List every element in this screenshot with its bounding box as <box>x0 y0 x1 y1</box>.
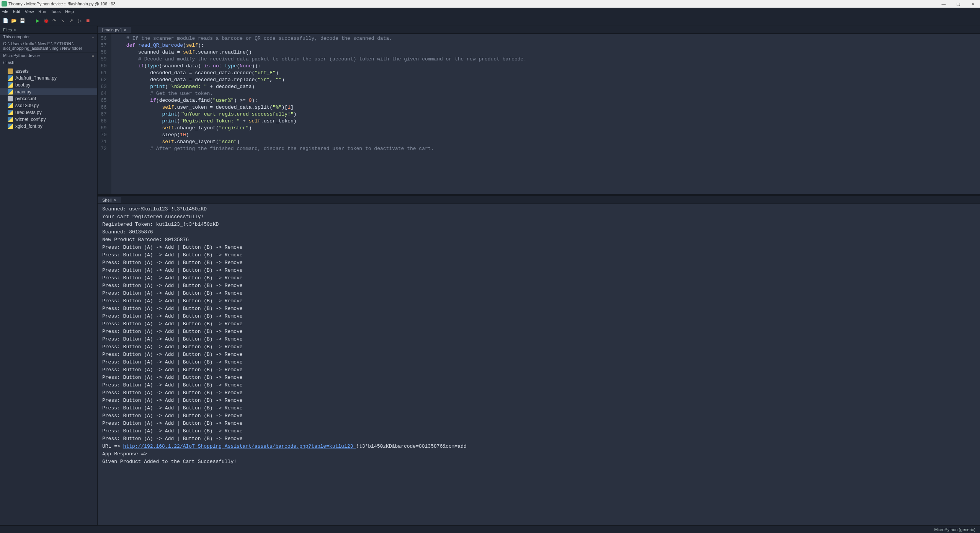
code-body[interactable]: # If the scanner module reads a barcode … <box>111 34 527 194</box>
folder-icon <box>8 68 13 74</box>
tree-item-urequests-py[interactable]: urequests.py <box>0 109 97 116</box>
tree-item-main-py[interactable]: main.py <box>0 88 97 95</box>
python-file-icon <box>8 110 13 115</box>
shell-url-link[interactable]: http://192.168.1.22/AIoT_Shopping_Assist… <box>123 443 356 449</box>
files-tab-label: Files <box>3 28 12 32</box>
menu-file[interactable]: File <box>2 9 8 14</box>
device-menu-icon[interactable]: ≡ <box>92 53 94 58</box>
window-maximize[interactable]: ▢ <box>952 2 964 7</box>
editor-tabs: [ main.py ] × <box>98 26 980 34</box>
editor-tab-main[interactable]: [ main.py ] × <box>98 27 131 33</box>
tree-item-boot-py[interactable]: boot.py <box>0 81 97 88</box>
this-computer-label: This computer <box>3 34 30 39</box>
menu-run[interactable]: Run <box>38 9 46 14</box>
shell-tab-label: Shell <box>102 198 111 202</box>
sidebar: Files × This computer ≡ C: \ Users \ kut… <box>0 26 98 525</box>
this-computer-header[interactable]: This computer ≡ <box>0 34 97 40</box>
shell-tabs: Shell × <box>98 196 980 204</box>
menu-edit[interactable]: Edit <box>13 9 20 14</box>
python-file-icon <box>8 89 13 95</box>
step-over-icon[interactable]: ↷ <box>51 18 57 24</box>
menu-help[interactable]: Help <box>65 9 74 14</box>
tree-item-wiznet_conf-py[interactable]: wiznet_conf.py <box>0 116 97 123</box>
editor-area: [ main.py ] × 56575859606162636465666768… <box>98 26 980 525</box>
window-minimize[interactable]: — <box>938 2 949 7</box>
python-file-icon <box>8 124 13 129</box>
tree-item-label: boot.py <box>15 82 30 88</box>
tree-item-pybcdc-inf[interactable]: pybcdc.inf <box>0 95 97 102</box>
stop-icon[interactable]: ⏹ <box>85 18 91 24</box>
status-bar: MicroPython (generic) <box>0 525 980 533</box>
panel-menu-icon[interactable]: ≡ <box>92 34 94 39</box>
editor-tab-label: [ main.py ] <box>102 28 122 32</box>
window-titlebar: Thonny - MicroPython device :: /flash/ma… <box>0 0 980 8</box>
tree-item-label: Adafruit_Thermal.py <box>15 75 57 81</box>
app-icon <box>2 1 7 7</box>
shell-output[interactable]: Scanned: user%kutlu123_!t3*b1450zKDYour … <box>98 204 980 525</box>
tree-item-label: pybcdc.inf <box>15 96 36 101</box>
tree-item-label: main.py <box>15 89 31 95</box>
main-area: Files × This computer ≡ C: \ Users \ kut… <box>0 26 980 525</box>
resume-icon[interactable]: ▷ <box>77 18 83 24</box>
tree-item-assets[interactable]: assets <box>0 68 97 75</box>
python-file-icon <box>8 103 13 108</box>
menu-view[interactable]: View <box>25 9 34 14</box>
shell-panel: Shell × Scanned: user%kutlu123_!t3*b1450… <box>98 196 980 525</box>
device-path[interactable]: / flash <box>0 59 97 66</box>
device-label: MicroPython device <box>3 53 40 58</box>
window-title: Thonny - MicroPython device :: /flash/ma… <box>8 2 116 6</box>
code-editor[interactable]: 5657585960616263646566676869707172 # If … <box>98 34 980 194</box>
device-file-tree: assetsAdafruit_Thermal.pyboot.pymain.pyp… <box>0 66 97 131</box>
files-panel-tab[interactable]: Files × <box>0 26 97 34</box>
this-computer-path[interactable]: C: \ Users \ kutlu \ New E \ PYTHON \ ai… <box>0 40 97 52</box>
menubar: FileEditViewRunToolsHelp <box>0 8 980 15</box>
editor-tab-close[interactable]: × <box>124 28 126 32</box>
spacer <box>28 18 32 24</box>
line-gutter: 5657585960616263646566676869707172 <box>98 34 111 194</box>
files-tab-close[interactable]: × <box>13 28 16 32</box>
run-icon[interactable]: ▶ <box>34 18 41 24</box>
tree-item-Adafruit_Thermal-py[interactable]: Adafruit_Thermal.py <box>0 75 97 81</box>
tree-item-label: xglcd_font.py <box>15 124 42 129</box>
tree-item-label: ssd1309.py <box>15 103 39 108</box>
step-out-icon[interactable]: ↗ <box>68 18 74 24</box>
open-file-icon[interactable]: 📂 <box>11 18 17 24</box>
new-file-icon[interactable]: 📄 <box>2 18 8 24</box>
python-file-icon <box>8 75 13 81</box>
tree-item-ssd1309-py[interactable]: ssd1309.py <box>0 102 97 109</box>
toolbar: 📄📂💾 ▶🐞↷↘↗▷⏹ <box>0 15 980 26</box>
step-into-icon[interactable]: ↘ <box>60 18 66 24</box>
python-file-icon <box>8 117 13 122</box>
status-interpreter[interactable]: MicroPython (generic) <box>934 527 975 532</box>
device-header[interactable]: MicroPython device ≡ <box>0 52 97 59</box>
tree-item-label: wiznet_conf.py <box>15 117 46 122</box>
debug-icon[interactable]: 🐞 <box>43 18 49 24</box>
tree-item-label: urequests.py <box>15 110 42 115</box>
menu-tools[interactable]: Tools <box>51 9 61 14</box>
shell-tab[interactable]: Shell × <box>98 197 121 203</box>
file-icon <box>8 96 13 101</box>
shell-tab-close[interactable]: × <box>114 198 116 202</box>
tree-item-label: assets <box>15 68 29 74</box>
tree-item-xglcd_font-py[interactable]: xglcd_font.py <box>0 123 97 130</box>
window-close[interactable]: ✕ <box>967 2 978 7</box>
python-file-icon <box>8 82 13 88</box>
save-file-icon[interactable]: 💾 <box>19 18 25 24</box>
